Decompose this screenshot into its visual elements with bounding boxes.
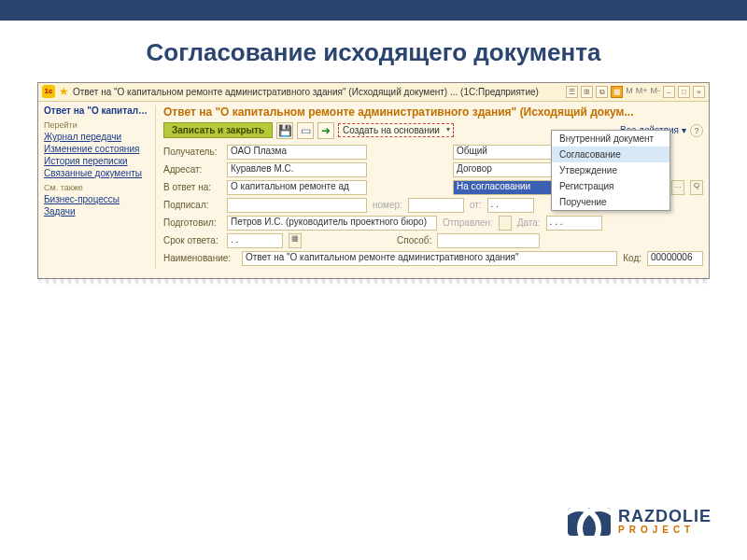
sidebar-link-history[interactable]: История переписки [44, 156, 151, 166]
sidebar-link-tasks[interactable]: Задачи [44, 206, 151, 217]
sidebar-link-related[interactable]: Связанные документы [44, 168, 151, 178]
oneC-icon: 1c [42, 85, 55, 98]
code-label: Код: [623, 253, 641, 263]
dropdown-item-approval[interactable]: Согласование [552, 147, 669, 162]
logo-subtitle: PROJECT [618, 525, 712, 535]
main-pane: Ответ на "О капитальном ремонте админист… [163, 105, 703, 269]
dropdown-item-assignment[interactable]: Поручение [552, 194, 669, 210]
sidebar: Ответ на "О капиталь… Перейти Журнал пер… [44, 105, 156, 269]
dropdown-item-internal-doc[interactable]: Внутренний документ [552, 131, 669, 147]
prepared-input[interactable]: Петров И.С. (руководитель проектного бюр… [227, 216, 437, 231]
inreply-label: В ответ на: [163, 182, 221, 192]
state-open[interactable]: Q [690, 180, 703, 195]
logo-mark-icon [568, 508, 611, 536]
calc-icon[interactable]: ▦ [611, 86, 623, 98]
deadline-label: Срок ответа: [163, 235, 221, 245]
titlebar-icon[interactable]: ⧉ [596, 86, 608, 98]
prepared-label: Подготовил: [163, 217, 221, 228]
date-input[interactable]: . . . [546, 216, 602, 231]
dropdown-item-registration[interactable]: Регистрация [552, 178, 669, 194]
document-title: Ответ на "О капитальном ремонте админист… [163, 105, 703, 119]
addressee-label: Адресат: [163, 164, 221, 175]
from-input[interactable]: . . [487, 198, 534, 213]
brand-logo: RAZDOLIE PROJECT [568, 508, 712, 536]
recipient-input[interactable]: ОАО Плазма [227, 145, 367, 160]
window-titlebar: 1c ★ Ответ на "О капитальном ремонте адм… [38, 83, 709, 102]
slide-title: Согласование исходящего документа [0, 21, 747, 82]
titlebar-icon[interactable]: ☰ [566, 86, 578, 98]
inreply-input[interactable]: О капитальном ремонте ад [227, 180, 367, 195]
date-label: Дата: [517, 217, 541, 228]
close-button[interactable]: × [693, 86, 705, 98]
sidebar-link-state-change[interactable]: Изменение состояния [44, 144, 151, 154]
recipient-label: Получатель: [163, 147, 221, 157]
from-label: от: [470, 200, 482, 210]
sidebar-current-doc: Ответ на "О капиталь… [44, 105, 151, 116]
titlebar-icon[interactable]: ⊞ [581, 86, 593, 98]
state-ellipsis[interactable]: … [671, 180, 684, 195]
deadline-input[interactable]: . . [227, 233, 283, 248]
app-window: 1c ★ Ответ на "О капитальном ремонте адм… [37, 82, 710, 279]
minimize-button[interactable]: – [663, 86, 675, 98]
m-button[interactable]: M [626, 86, 633, 98]
method-input[interactable] [437, 233, 540, 248]
maximize-button[interactable]: □ [678, 86, 690, 98]
sidebar-link-processes[interactable]: Бизнес-процессы [44, 194, 151, 204]
num-input[interactable] [408, 198, 464, 213]
mminus-button[interactable]: M- [651, 86, 661, 98]
create-based-dropdown: Внутренний документ Согласование Утвержд… [551, 130, 670, 211]
name-input[interactable]: Ответ на "О капитальном ремонте админист… [242, 251, 617, 266]
arrow-icon[interactable]: ➜ [317, 122, 334, 139]
save-icon[interactable]: 💾 [276, 122, 293, 139]
method-label: Способ: [397, 235, 431, 245]
sidebar-group-head: Перейти [44, 120, 151, 130]
save-close-button[interactable]: Записать и закрыть [163, 122, 273, 138]
window-title-text: Ответ на "О капитальном ремонте админист… [73, 87, 539, 97]
signed-input[interactable] [227, 198, 367, 213]
signed-label: Подписал: [163, 200, 221, 210]
logo-name: RAZDOLIE [618, 509, 712, 524]
doc-icon[interactable]: ▭ [297, 122, 314, 139]
sidebar-link-journal[interactable]: Журнал передачи [44, 132, 151, 142]
sent-label: Отправлен: [443, 217, 493, 228]
num-label: номер: [373, 200, 402, 210]
calendar-icon[interactable]: ▦ [289, 233, 302, 248]
code-input[interactable]: 00000006 [647, 251, 703, 266]
sent-checkbox[interactable] [499, 216, 512, 231]
sidebar-group-head: См. также [44, 183, 151, 192]
addressee-input[interactable]: Куравлев М.С. [227, 162, 367, 177]
star-icon[interactable]: ★ [59, 85, 69, 98]
dropdown-item-confirmation[interactable]: Утверждение [552, 162, 669, 178]
top-border-bar [0, 0, 747, 21]
help-icon[interactable]: ? [690, 124, 703, 137]
mplus-button[interactable]: M+ [636, 86, 648, 98]
name-label: Наименование: [163, 253, 236, 263]
create-based-button[interactable]: Создать на основании [338, 123, 454, 137]
